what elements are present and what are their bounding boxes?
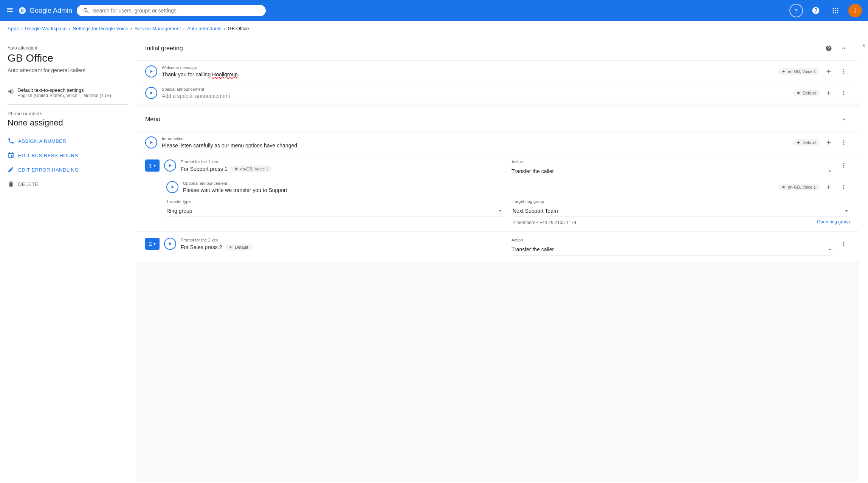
- breadcrumb-sep-2: ›: [69, 26, 70, 31]
- search-input[interactable]: [93, 8, 260, 14]
- menu-icon[interactable]: [6, 6, 14, 15]
- welcome-message-more-icon[interactable]: [838, 65, 850, 77]
- phone-numbers-label: Phone numbers: [8, 111, 128, 116]
- key-1-target-ring-group-label: Target ring group: [513, 199, 850, 204]
- phone-numbers-value: None assigned: [8, 118, 128, 128]
- delete-action[interactable]: DELETE: [8, 177, 128, 191]
- apps-grid-icon[interactable]: [829, 4, 842, 17]
- menu-introduction-play-button[interactable]: [145, 136, 157, 149]
- breadcrumb-sep-3: ›: [130, 26, 132, 31]
- key-2-action-label: Action: [512, 238, 833, 242]
- key-1-transfer-type-label: Transfer type: [166, 199, 504, 204]
- content-area: Initial greeting Welcome message: [136, 36, 859, 481]
- key-2-prompt-label: Prompt for the 2 key: [181, 238, 502, 242]
- top-navigation: G Google Admin ? J: [0, 0, 868, 21]
- key-1-action-label: Action: [512, 159, 833, 164]
- key-1-action-select[interactable]: Transfer the caller: [512, 166, 833, 177]
- sidebar-name: GB Office: [8, 52, 128, 64]
- key-1-optional-voice-text: en-GB, Voice 1: [788, 185, 816, 189]
- menu-introduction-row: Introduction Please listen carefully as …: [136, 132, 859, 153]
- menu-introduction-add-icon[interactable]: [823, 136, 835, 149]
- key-1-more-icon[interactable]: [838, 159, 850, 172]
- key-1-optional-voice-badge: en-GB, Voice 1: [778, 184, 820, 190]
- menu-introduction-voice-text: Default: [803, 140, 816, 145]
- key-1-prompt-text: For Support press 1: [181, 166, 228, 172]
- breadcrumb-sep-1: ›: [21, 26, 23, 31]
- edit-business-hours-label: EDIT BUSINESS HOURS: [18, 153, 78, 158]
- tts-details: English (United States), Voice 1, Normal…: [17, 93, 111, 98]
- menu-introduction-more-icon[interactable]: [838, 136, 850, 149]
- tts-label[interactable]: Default text-to-speech settings: [17, 87, 111, 93]
- key-1-optional-more-icon[interactable]: [838, 181, 850, 193]
- breadcrumb-auto-attendants[interactable]: Auto attendants: [187, 26, 222, 31]
- key-1-play-button[interactable]: [164, 159, 176, 172]
- key-2-action-value: Transfer the caller: [512, 246, 554, 252]
- sidebar-type-label: Auto attendant: [8, 45, 128, 51]
- tts-icon: [8, 88, 14, 97]
- special-announcement-text[interactable]: Add a special announcement: [162, 93, 788, 99]
- assign-number-label: ASSIGN A NUMBER: [18, 138, 66, 144]
- right-panel-toggle[interactable]: [859, 36, 868, 481]
- menu-section: Menu Introduction Please listen carefull…: [136, 107, 859, 262]
- breadcrumb-apps[interactable]: Apps: [8, 26, 19, 31]
- special-announcement-content: Special announcement Add a special annou…: [162, 87, 788, 99]
- key-1-optional-content: Optional announcement Please wait while …: [183, 181, 773, 193]
- initial-greeting-collapse-icon[interactable]: [838, 42, 850, 54]
- key-1-target-ring-group-select[interactable]: Next Support Team: [513, 205, 850, 217]
- help-icon[interactable]: [809, 4, 823, 17]
- search-bar[interactable]: [77, 5, 266, 16]
- key-2-row: 2 ▾ Prompt for the 2 key For Sales press…: [136, 232, 859, 262]
- key-1-optional-text: Please wait while we transfer you to Sup…: [183, 187, 287, 193]
- welcome-message-text: Thank you for calling Hooligroup.: [162, 71, 773, 77]
- key-2-header: 2 ▾ Prompt for the 2 key For Sales press…: [145, 238, 850, 255]
- welcome-message-add-icon[interactable]: [823, 65, 835, 77]
- menu-introduction-label: Introduction: [162, 136, 788, 141]
- key-1-optional-add-icon[interactable]: [823, 181, 835, 193]
- main-layout: Auto attendant GB Office Auto attendant …: [0, 36, 868, 481]
- initial-greeting-header-icons: [823, 42, 850, 54]
- welcome-message-row: Welcome message Thank you for calling Ho…: [136, 61, 859, 82]
- key-2-chevron: ▾: [153, 241, 156, 246]
- initial-greeting-help-icon[interactable]: [823, 42, 835, 54]
- edit-business-hours-action[interactable]: EDIT BUSINESS HOURS: [8, 148, 128, 163]
- special-announcement-voice-text: Default: [803, 91, 816, 95]
- key-2-action-select[interactable]: Transfer the caller: [512, 244, 833, 255]
- help-numeric-icon[interactable]: ?: [789, 4, 803, 17]
- breadcrumb-sep-5: ›: [224, 26, 225, 31]
- key-1-optional-row: Optional announcement Please wait while …: [145, 181, 850, 193]
- welcome-voice-badge: en-GB, Voice 1: [778, 68, 820, 75]
- menu-introduction-text: Please listen carefully as our menu opti…: [162, 142, 788, 149]
- key-1-transfer-type-value: Ring group: [166, 208, 192, 214]
- special-announcement-play-button[interactable]: [145, 87, 157, 99]
- tts-settings: Default text-to-speech settings English …: [8, 87, 128, 98]
- key-1-badge[interactable]: 1 ▾: [145, 159, 160, 172]
- special-announcement-more-icon[interactable]: [838, 87, 850, 99]
- key-2-badge[interactable]: 2 ▾: [145, 238, 160, 250]
- key-1-action-value: Transfer the caller: [512, 168, 554, 174]
- breadcrumb-service-management[interactable]: Service Management: [135, 26, 181, 31]
- key-2-prompt-text: For Sales press 2: [181, 244, 222, 250]
- breadcrumb-google-workspace[interactable]: Google Workspace: [25, 26, 67, 31]
- avatar[interactable]: J: [848, 4, 862, 17]
- menu-collapse-icon[interactable]: [838, 113, 850, 125]
- welcome-message-label: Welcome message: [162, 65, 773, 70]
- key-1-ring-group-sub: 2 members • +44 29 2105 1179: [513, 220, 576, 225]
- delete-label: DELETE: [18, 181, 39, 187]
- key-1-target-ring-group-value: Next Support Team: [513, 208, 558, 214]
- key-1-action: Action Transfer the caller: [512, 159, 833, 177]
- key-2-voice-badge: Default: [225, 244, 252, 251]
- key-1-open-ring-link[interactable]: Open ring group: [817, 219, 850, 224]
- key-2-voice-text: Default: [235, 245, 248, 249]
- breadcrumb-settings-voice[interactable]: Settings for Google Voice: [73, 26, 129, 31]
- key-2-more-icon[interactable]: [838, 238, 850, 250]
- key-2-prompt: Prompt for the 2 key For Sales press 2 D…: [181, 238, 502, 251]
- edit-error-handling-action[interactable]: EDIT ERROR HANDLING: [8, 163, 128, 177]
- key-1-optional-play-button[interactable]: [166, 181, 178, 193]
- assign-number-action[interactable]: ASSIGN A NUMBER: [8, 134, 128, 148]
- welcome-message-play-button[interactable]: [145, 65, 157, 77]
- key-1-chevron: ▾: [153, 163, 156, 168]
- key-2-play-button[interactable]: [164, 238, 176, 250]
- key-1-transfer-type-select[interactable]: Ring group: [166, 205, 504, 217]
- special-announcement-add-icon[interactable]: [823, 87, 835, 99]
- menu-header: Menu: [136, 107, 859, 132]
